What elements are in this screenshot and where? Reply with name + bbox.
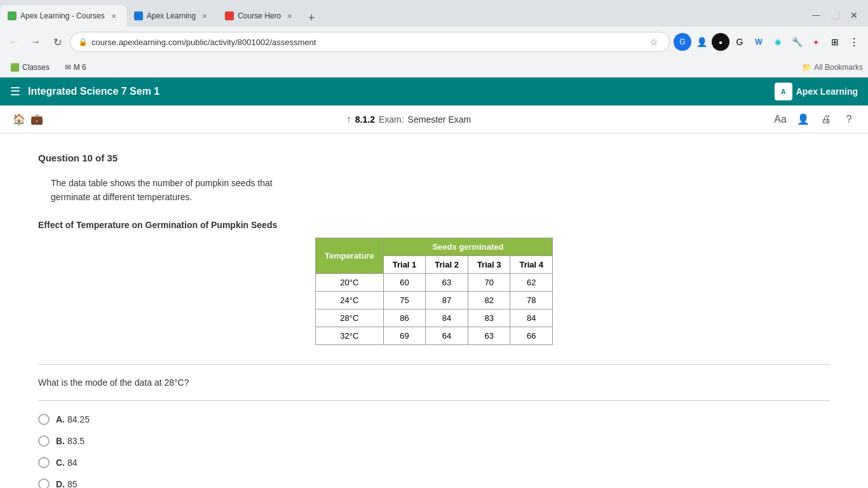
extension-icon-3[interactable]: W [750,33,768,51]
all-bookmarks[interactable]: 📁 All Bookmarks [802,63,863,72]
extension-icon-6[interactable]: ● [807,33,825,51]
exam-info: ↑ 8.1.2 Exam: Semester Exam [46,114,771,125]
new-tab-button[interactable]: + [302,9,320,27]
t1-cell-1: 75 [383,291,426,309]
close-button[interactable]: ✕ [845,6,863,24]
option-a-letter: A. [56,414,65,424]
tab-close-apex-courses[interactable]: ✕ [109,11,119,21]
tab-title-apex-courses: Apex Learning - Courses [20,11,105,20]
main-content: Question 10 of 35 The data table shows t… [0,133,868,488]
apex-logo: A Apex Learning [775,83,858,100]
reload-button[interactable]: ↻ [48,33,66,51]
bookmark-classes[interactable]: 🟩 Classes [5,62,55,73]
forward-button[interactable]: → [27,33,44,51]
tab-apex[interactable]: Apex Learning ✕ [126,5,217,27]
divider [38,364,830,365]
print-icon[interactable]: 🖨 [817,111,835,128]
back-button[interactable]: ← [5,33,23,51]
folder-icon: 📁 [802,63,811,72]
tab-title-hero: Course Hero [238,11,281,20]
help-icon[interactable]: ? [840,111,858,128]
tab-favicon-apex-courses [8,11,17,20]
tab-close-apex[interactable]: ✕ [200,11,210,21]
browser-chrome: Apex Learning - Courses ✕ Apex Learning … [0,0,868,78]
tab-bar: Apex Learning - Courses ✕ Apex Learning … [0,0,868,27]
tab-course-hero[interactable]: Course Hero ✕ [217,5,302,27]
radio-a[interactable] [38,414,50,425]
extension-icon-5[interactable]: 🔧 [788,33,806,51]
browser-icons: G 👤 ● G W ◉ 🔧 ● ⊞ ⋮ [674,33,863,51]
extensions-button[interactable]: ⋮ [845,33,863,51]
option-d-letter: D. [56,479,65,488]
extension-icon-7[interactable]: ⊞ [826,33,844,51]
t4-cell-3: 66 [510,327,553,344]
option-a-label: A. 84.25 [56,414,90,424]
menu-icon[interactable]: ☰ [10,85,20,98]
option-c[interactable]: C. 84 [38,457,830,468]
option-b-label: B. 83.5 [56,436,85,446]
radio-c[interactable] [38,457,50,468]
sub-header-actions: Aa 👤 🖨 ? [771,111,858,128]
tab-favicon-hero [225,11,234,20]
classes-label: Classes [22,63,50,72]
extension-icon-1[interactable]: ● [712,33,729,51]
table-row: 28°C 86 84 83 84 [315,309,552,327]
app-title: Integrated Science 7 Sem 1 [28,86,775,97]
bookmark-gmail[interactable]: ✉ M 6 [60,62,92,73]
apex-logo-text: Apex Learning [796,86,858,97]
t2-cell-1: 87 [426,291,468,309]
tab-close-hero[interactable]: ✕ [285,11,295,21]
table-row: 20°C 60 63 70 62 [315,273,552,291]
window-controls: — ⬜ ✕ [807,6,868,27]
question-header: Question 10 of 35 [38,152,830,163]
sub-question: What is the mode of the data at 28°C? [38,377,830,388]
all-bookmarks-label: All Bookmarks [814,63,863,72]
t3-cell-3: 63 [468,327,510,344]
app-header: ☰ Integrated Science 7 Sem 1 A Apex Lear… [0,78,868,105]
radio-d[interactable] [38,478,50,488]
col-header-temperature: Temperature [315,238,383,273]
briefcase-button[interactable]: 💼 [28,111,46,128]
col-header-seeds: Seeds germinated [383,238,552,255]
t3-cell-0: 70 [468,273,510,291]
maximize-button[interactable]: ⬜ [826,6,844,24]
data-table: Temperature Seeds germinated Trial 1 Tri… [315,238,553,345]
user-icon[interactable]: 👤 [794,111,812,128]
tab-title-apex: Apex Learning [147,11,196,20]
tab-apex-courses[interactable]: Apex Learning - Courses ✕ [0,5,126,27]
temp-cell-1: 24°C [315,291,383,309]
trial-3-header: Trial 3 [468,255,510,273]
t1-cell-2: 86 [383,309,426,327]
gmail-label: M 6 [74,63,86,72]
option-c-label: C. 84 [56,458,77,468]
lock-icon: 🔒 [78,37,88,46]
option-a[interactable]: A. 84.25 [38,414,830,425]
t2-cell-2: 84 [426,309,468,327]
bookmark-star-icon[interactable]: ☆ [646,34,661,50]
section-number: 8.1.2 [355,114,375,125]
bookmarks-bar: 🟩 Classes ✉ M 6 📁 All Bookmarks [0,57,868,78]
trial-4-header: Trial 4 [510,255,553,273]
trial-2-header: Trial 2 [426,255,468,273]
option-b[interactable]: B. 83.5 [38,435,830,447]
extension-icon-4[interactable]: ◉ [769,33,787,51]
profile-icon-1[interactable]: G [674,33,691,51]
t4-cell-0: 62 [510,273,553,291]
table-row: 24°C 75 87 82 78 [315,291,552,309]
table-row: 32°C 69 64 63 66 [315,327,552,344]
question-text: The data table shows the number of pumpk… [51,176,830,205]
extension-icon-2[interactable]: G [731,33,749,51]
classes-icon: 🟩 [10,63,20,72]
temp-cell-3: 32°C [315,327,383,344]
divider-2 [38,400,830,401]
t2-cell-0: 63 [426,273,468,291]
option-d[interactable]: D. 85 [38,478,830,488]
radio-b[interactable] [38,435,50,447]
translate-icon[interactable]: Aa [771,111,789,128]
address-bar[interactable]: 🔒 course.apexlearning.com/public/activit… [70,32,670,52]
minimize-button[interactable]: — [807,6,825,24]
t1-cell-0: 60 [383,273,426,291]
t4-cell-2: 84 [510,309,553,327]
profile-icon-2[interactable]: 👤 [693,33,710,51]
home-button[interactable]: 🏠 [10,111,28,128]
